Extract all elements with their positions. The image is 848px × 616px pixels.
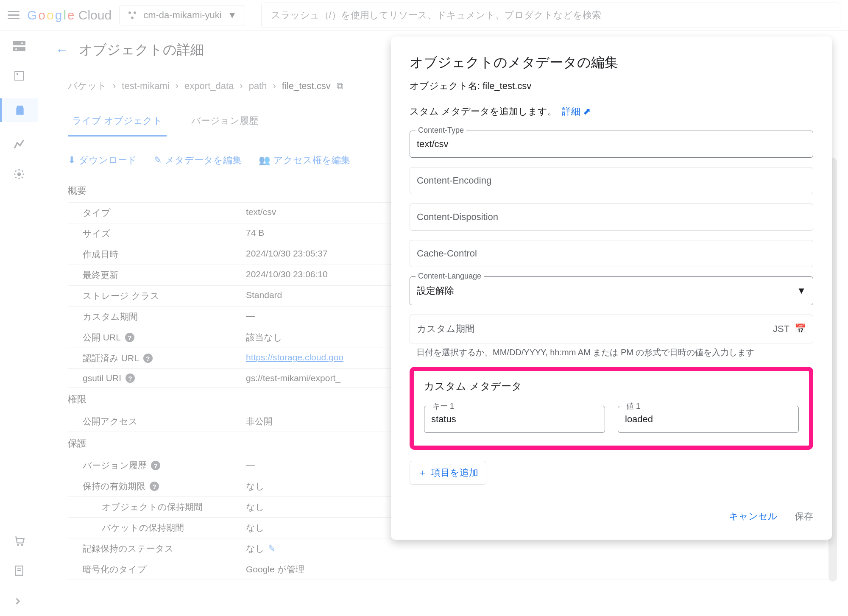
content-disposition-field[interactable]: Content-Disposition: [410, 203, 813, 231]
dialog-help-text: スタム メタデータを追加します。 詳細 ⬈: [410, 105, 813, 118]
metadata-key-field[interactable]: キー 1 status: [424, 406, 605, 433]
external-link-icon: ⬈: [583, 106, 591, 117]
dialog-actions: キャンセル 保存: [410, 510, 813, 523]
content-encoding-field[interactable]: Content-Encoding: [410, 167, 813, 194]
metadata-value-field[interactable]: 値 1 loaded: [618, 406, 799, 433]
plus-icon: ＋: [418, 466, 427, 479]
cancel-button[interactable]: キャンセル: [729, 510, 778, 523]
edit-metadata-dialog: オブジェクトのメタデータの編集 オブジェクト名: file_test.csv ス…: [391, 36, 832, 540]
save-button[interactable]: 保存: [795, 510, 813, 523]
dialog-title: オブジェクトのメタデータの編集: [410, 53, 813, 72]
add-item-button[interactable]: ＋ 項目を追加: [410, 461, 486, 485]
content-type-field[interactable]: Content-Type text/csv: [410, 131, 813, 158]
custom-time-field[interactable]: カスタム期間 JST 📅: [410, 315, 813, 343]
date-hint: 日付を選択するか、MM/DD/YYYY, hh:mm AM または PM の形式…: [410, 347, 813, 358]
details-link[interactable]: 詳細 ⬈: [562, 106, 591, 117]
cache-control-field[interactable]: Cache-Control: [410, 240, 813, 267]
content-language-field[interactable]: Content-Language 設定解除 ▼: [410, 276, 813, 305]
custom-metadata-title: カスタム メタデータ: [424, 379, 799, 393]
custom-metadata-section: カスタム メタデータ キー 1 status 値 1 loaded: [410, 367, 813, 450]
calendar-icon[interactable]: 📅: [795, 323, 806, 334]
chevron-down-icon: ▼: [797, 285, 806, 296]
dialog-object-name: オブジェクト名: file_test.csv: [410, 80, 813, 92]
